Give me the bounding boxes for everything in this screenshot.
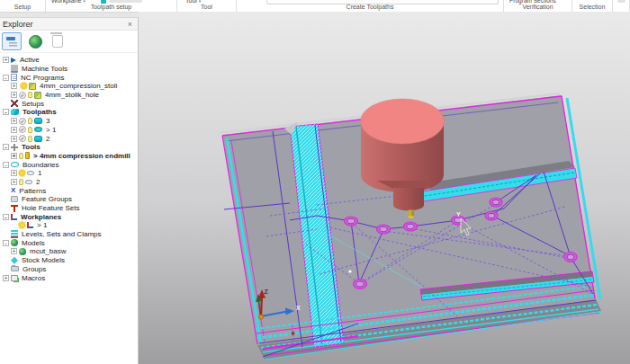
bulb-icon — [28, 92, 32, 98]
feature-groups-icon — [11, 196, 18, 202]
tree-expander-spacer — [3, 188, 9, 194]
tree-item-label: 4mm_compression_stoli — [40, 82, 117, 90]
tree-expander-icon[interactable]: - — [3, 109, 9, 115]
ribbon-group-label: Verification — [522, 4, 553, 12]
tree-item-toolpath-3[interactable]: +3 — [0, 117, 138, 126]
tree-item-workplanes[interactable]: -Workplanes — [0, 212, 138, 221]
tree-item-label: > 4mm compression endmill — [33, 152, 130, 160]
tree-item-nc-program-4mm-stolik-hole[interactable]: +4mm_stolik_hole — [0, 91, 138, 100]
tree-item-boundaries[interactable]: -Boundaries — [0, 160, 138, 169]
tree-expander-spacer — [3, 205, 9, 211]
tree-item-boundary-2[interactable]: +2 — [0, 178, 138, 187]
nc-item-icon — [34, 92, 41, 99]
tree-item-machine-tools[interactable]: Machine Tools — [0, 65, 138, 74]
sun-icon — [21, 83, 27, 89]
explorer-tree-view-button[interactable] — [2, 32, 22, 50]
check-icon — [19, 118, 26, 125]
program-sections-label[interactable]: Program Sections — [509, 0, 556, 4]
explorer-toolbar — [0, 31, 138, 53]
ribbon-group-label: Tool — [201, 4, 212, 12]
tree-item-groups[interactable]: Groups — [0, 265, 138, 274]
tree-item-label: Workplanes — [21, 213, 61, 221]
toolpath-disc-icon — [34, 127, 42, 132]
ribbon-group-setup: Setup — [0, 0, 46, 12]
trash-icon — [52, 35, 63, 48]
tree-expander-icon[interactable]: + — [11, 179, 17, 185]
tree-item-toolpaths[interactable]: -Toolpaths — [0, 108, 138, 117]
globe-small-icon — [11, 239, 18, 246]
tree-expander-icon[interactable]: - — [3, 75, 9, 81]
toolpath-gallery[interactable] — [266, 0, 499, 4]
ribbon: Setup Toolpath setup Tool Create Toolpat… — [0, 0, 630, 13]
tree-item-setups[interactable]: Setups — [0, 99, 138, 108]
tool-dropdown[interactable]: Tool ▾ — [185, 0, 201, 4]
ribbon-group-selection: Selection — [572, 0, 613, 12]
explorer-globe-button[interactable] — [26, 33, 44, 49]
workplane-swatch-icon[interactable] — [101, 0, 106, 4]
tree-item-label: Levels, Sets and Clamps — [22, 230, 102, 238]
tree-item-tool-4mm-compression-endmill[interactable]: +> 4mm compression endmill — [0, 152, 138, 161]
explorer-delete-button[interactable] — [49, 33, 67, 49]
tree-item-label: > 1 — [46, 126, 56, 134]
tree-expander-icon[interactable]: + — [11, 118, 17, 124]
tree-item-workplane-1[interactable]: > 1 — [0, 221, 138, 230]
tree-item-hole-feature-sets[interactable]: Hole Feature Sets — [0, 204, 138, 213]
ribbon-group-label: Setup — [14, 4, 31, 12]
tree-expander-icon[interactable]: + — [11, 127, 17, 133]
tree-item-label: Toolpaths — [22, 108, 57, 116]
tree-expander-spacer — [3, 231, 9, 237]
tree-expander-spacer — [11, 222, 17, 228]
tools-icon — [11, 144, 18, 151]
tree-item-label: 2 — [46, 135, 50, 143]
tree-expander-icon[interactable]: - — [3, 214, 9, 220]
workplane-icon — [11, 214, 17, 220]
tree-expander-icon[interactable]: + — [3, 57, 9, 63]
tree-expander-spacer — [3, 101, 9, 107]
tree-expander-icon[interactable]: - — [3, 162, 9, 168]
tree-item-label: NC Programs — [21, 74, 64, 82]
tree-expander-icon[interactable]: + — [11, 153, 17, 159]
tree-item-tools[interactable]: -Tools — [0, 143, 138, 152]
workplane-dropdown[interactable]: Workplane ▾ — [51, 0, 86, 4]
tree-item-levels-sets-clamps[interactable]: Levels, Sets and Clamps — [0, 230, 138, 239]
tree-expander-icon[interactable]: + — [11, 136, 17, 142]
tree-item-patterns[interactable]: Patterns — [0, 186, 138, 195]
workplane-value-dropdown[interactable] — [109, 0, 142, 3]
tree-expander-icon[interactable]: - — [3, 144, 9, 150]
sun-icon — [19, 222, 25, 228]
tree-item-active[interactable]: +Active — [0, 56, 138, 65]
tree-item-boundary-1[interactable]: +1 — [0, 169, 138, 178]
tree-item-feature-groups[interactable]: Feature Groups — [0, 195, 138, 204]
tree-item-models[interactable]: -Models — [0, 238, 138, 247]
tree-expander-spacer — [3, 266, 9, 272]
axis-origin-ball — [258, 315, 263, 319]
globe-small-icon — [19, 248, 26, 255]
tree-item-label: Groups — [22, 265, 46, 273]
tree-expander-icon[interactable]: + — [11, 170, 17, 176]
bulb-icon — [28, 136, 32, 142]
tree-expander-icon[interactable]: + — [11, 92, 17, 98]
tree-item-nc-programs[interactable]: -NC Programs — [0, 73, 138, 82]
explorer-header: Explorer × — [0, 18, 138, 31]
tree-item-toolpath-1[interactable]: +> 1 — [0, 126, 138, 135]
tree-item-macros[interactable]: +Macros — [0, 273, 138, 282]
tree-item-toolpath-2[interactable]: +2 — [0, 134, 138, 143]
tree-item-stock-models[interactable]: Stock Models — [0, 256, 138, 265]
macros-icon — [11, 275, 18, 281]
tree-item-model-mcut-basw[interactable]: +mcut_basw — [0, 247, 138, 256]
tree-item-label: 2 — [36, 178, 40, 186]
check-icon — [19, 92, 26, 99]
ribbon-collapse-icon[interactable] — [617, 0, 626, 3]
tree-item-label: Hole Feature Sets — [22, 204, 79, 212]
toolpath-point-marker — [292, 332, 295, 335]
tree-item-nc-program-4mm-compression-stoli[interactable]: +4mm_compression_stoli — [0, 82, 138, 91]
boundary-icon — [11, 162, 19, 167]
tree-expander-icon[interactable]: - — [3, 240, 9, 246]
check-icon — [19, 135, 26, 142]
tree-expander-icon[interactable]: + — [11, 83, 17, 89]
close-icon[interactable]: × — [128, 20, 138, 29]
viewport-3d[interactable]: Z X Y — [139, 12, 630, 364]
tree-expander-icon[interactable]: + — [11, 248, 17, 254]
tree-expander-icon[interactable]: + — [3, 275, 9, 281]
tree-item-label: Stock Models — [22, 256, 65, 264]
